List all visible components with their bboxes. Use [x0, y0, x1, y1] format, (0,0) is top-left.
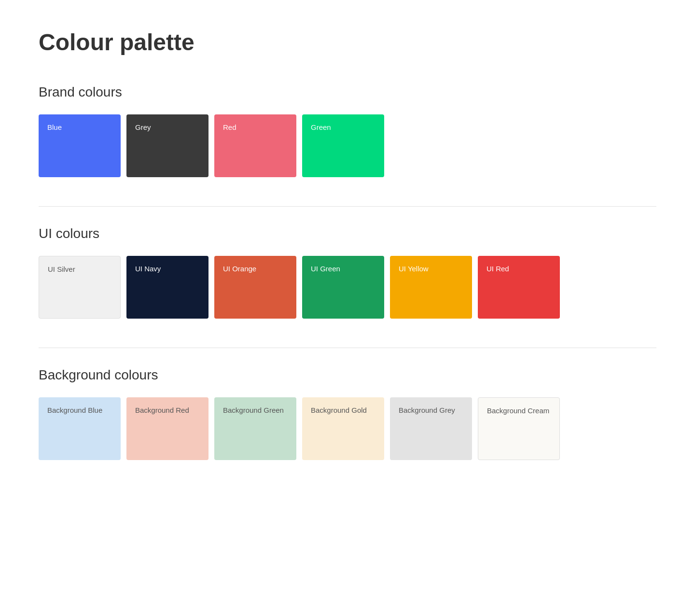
swatch-background-grey: Background Grey: [390, 397, 472, 460]
page-title: Colour palette: [39, 29, 656, 56]
swatch-ui-silver: UI Silver: [39, 256, 121, 319]
swatch-ui-yellow: UI Yellow: [390, 256, 472, 319]
section-divider: [39, 206, 656, 207]
swatch-red: Red: [214, 114, 296, 177]
swatch-background-cream: Background Cream: [478, 397, 560, 460]
section-divider: [39, 348, 656, 348]
swatch-ui-red: UI Red: [478, 256, 560, 319]
swatch-background-green: Background Green: [214, 397, 296, 460]
swatch-background-blue: Background Blue: [39, 397, 121, 460]
swatch-background-red: Background Red: [126, 397, 208, 460]
swatch-ui-orange: UI Orange: [214, 256, 296, 319]
section-ui: UI coloursUI SilverUI NavyUI OrangeUI Gr…: [39, 206, 656, 319]
section-heading-brand: Brand colours: [39, 84, 656, 100]
section-heading-background: Background colours: [39, 367, 656, 383]
swatch-blue: Blue: [39, 114, 121, 177]
color-grid-brand: BlueGreyRedGreen: [39, 114, 656, 177]
section-background: Background coloursBackground BlueBackgro…: [39, 348, 656, 460]
swatch-green: Green: [302, 114, 384, 177]
color-grid-background: Background BlueBackground RedBackground …: [39, 397, 656, 460]
section-heading-ui: UI colours: [39, 226, 656, 241]
color-grid-ui: UI SilverUI NavyUI OrangeUI GreenUI Yell…: [39, 256, 656, 319]
swatch-grey: Grey: [126, 114, 208, 177]
swatch-ui-green: UI Green: [302, 256, 384, 319]
swatch-ui-navy: UI Navy: [126, 256, 208, 319]
swatch-background-gold: Background Gold: [302, 397, 384, 460]
section-brand: Brand coloursBlueGreyRedGreen: [39, 84, 656, 177]
